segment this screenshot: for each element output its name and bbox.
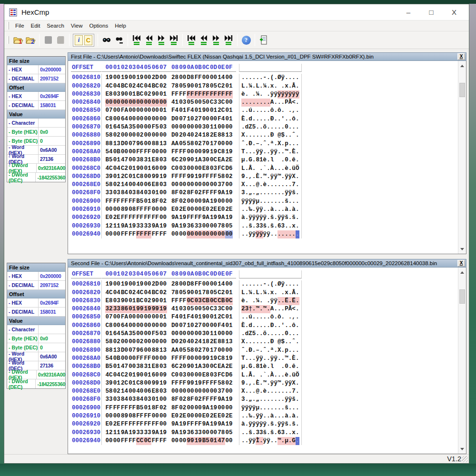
ascii-cell[interactable]: . [248, 148, 252, 156]
ascii-cell[interactable]: . [241, 222, 245, 230]
ascii-cell[interactable]: ÿ [288, 173, 292, 181]
hex-byte[interactable]: 00 [194, 148, 202, 156]
hex-byte[interactable]: 00 [225, 280, 233, 288]
ascii-cell[interactable]: ê [292, 156, 296, 164]
ascii-cell[interactable]: . [278, 330, 281, 338]
hex-byte[interactable]: 02 [225, 173, 233, 181]
hex-byte[interactable]: 00 [151, 412, 159, 420]
ascii-cell[interactable]: Â [248, 165, 252, 173]
ascii-cell[interactable]: . [241, 99, 245, 107]
ascii-cell[interactable]: µ [256, 404, 259, 412]
ascii-cell[interactable]: Z [248, 330, 252, 338]
hex-byte[interactable]: 01 [194, 107, 202, 115]
hex-byte[interactable]: 07 [105, 107, 113, 115]
hex-byte[interactable]: 19 [129, 429, 136, 437]
hex-byte[interactable]: 00 [159, 115, 167, 123]
hex-byte[interactable]: FA [120, 313, 128, 321]
hex-byte[interactable]: 2E [225, 206, 233, 214]
ascii-cell[interactable]: x [270, 82, 274, 90]
ascii-cell[interactable]: . [281, 313, 285, 321]
ascii-cell[interactable]: . [274, 429, 278, 437]
hex-byte[interactable]: 19 [209, 355, 217, 363]
ascii-cell[interactable]: Ð [270, 338, 274, 346]
ascii-cell[interactable]: ÿ [296, 90, 299, 99]
hex-byte[interactable]: 64 [113, 123, 120, 131]
hex-byte[interactable]: 00 [113, 322, 120, 330]
hex-byte[interactable]: 01 [159, 90, 167, 99]
hex-byte[interactable]: 88 [105, 347, 113, 355]
ascii-cell[interactable]: . [245, 420, 249, 428]
ascii-cell[interactable]: È [256, 173, 259, 181]
hex-byte[interactable]: FC [218, 371, 225, 379]
ascii-cell[interactable]: x [285, 289, 288, 297]
ascii-cell[interactable]: ÿ [274, 297, 278, 305]
ascii-cell[interactable]: . [267, 387, 270, 396]
ascii-cell[interactable]: . [259, 347, 263, 355]
close-second-file-icon-disabled[interactable] [54, 33, 67, 47]
hex-byte[interactable]: 99 [187, 437, 194, 445]
ascii-cell[interactable]: . [259, 338, 263, 346]
ascii-cell[interactable]: . [252, 99, 256, 107]
hex-byte[interactable]: 00 [187, 404, 194, 412]
ascii-cell[interactable]: š [285, 420, 288, 428]
ascii-cell[interactable]: . [296, 82, 299, 90]
hex-byte[interactable]: B5 [136, 404, 144, 412]
hex-byte[interactable]: FF [187, 214, 194, 222]
ascii-cell[interactable]: ¼ [248, 289, 252, 297]
ascii-cell[interactable]: . [267, 371, 270, 379]
hex-byte[interactable]: 2E [179, 412, 187, 420]
ascii-cell[interactable]: . [285, 338, 288, 346]
hex-byte[interactable]: 0C [144, 437, 151, 445]
ascii-cell[interactable]: . [270, 437, 274, 445]
hex-byte[interactable]: 01 [129, 165, 136, 173]
hex-byte[interactable]: 3C [218, 99, 225, 107]
ascii-cell[interactable]: . [256, 322, 259, 330]
ascii-cell[interactable]: ÿ [241, 404, 245, 412]
hex-byte[interactable]: 2D [151, 74, 159, 82]
ascii-cell[interactable]: . [296, 305, 299, 313]
ascii-cell[interactable]: . [267, 363, 270, 371]
ascii-cell[interactable]: x [292, 222, 296, 230]
hex-byte[interactable]: 00 [179, 280, 187, 288]
ascii-cell[interactable] [248, 90, 252, 99]
hex-byte[interactable]: 05 [209, 289, 217, 297]
ascii-cell[interactable]: . [281, 297, 285, 305]
ascii-cell[interactable]: Ð [270, 322, 274, 330]
hex-byte[interactable]: 00 [159, 131, 167, 139]
ascii-cell[interactable]: µ [241, 363, 245, 371]
ascii-cell[interactable]: . [259, 131, 263, 139]
ascii-cell[interactable]: ÿ [259, 148, 263, 156]
hex-byte[interactable]: FF [159, 437, 167, 445]
ascii-cell[interactable]: . [292, 404, 296, 412]
ascii-cell[interactable]: d [248, 322, 252, 330]
hex-byte[interactable]: 00 [136, 123, 144, 131]
hex-byte[interactable]: 88 [218, 338, 225, 346]
hex-byte[interactable]: 2E [209, 338, 217, 346]
ascii-cell[interactable]: . [288, 74, 292, 82]
hex-byte[interactable]: 01 [144, 404, 151, 412]
hex-byte[interactable]: F4 [218, 115, 225, 123]
ascii-cell[interactable]: . [245, 338, 249, 346]
ascii-cell[interactable]: µ [256, 198, 259, 206]
ascii-cell[interactable]: š [285, 404, 288, 412]
hex-byte[interactable]: 3C [218, 305, 225, 313]
ascii-cell[interactable]: . [267, 99, 270, 107]
ascii-cell[interactable]: . [285, 181, 288, 189]
hex-byte[interactable]: 8F [171, 396, 179, 404]
hex-byte[interactable]: 40 [187, 131, 194, 139]
ascii-cell[interactable]: ÿ [259, 206, 263, 214]
close-first-file-icon-disabled[interactable] [42, 33, 54, 47]
hex-byte[interactable]: 0C [209, 297, 217, 305]
ascii-cell[interactable]: . [248, 338, 252, 346]
hex-byte[interactable]: 00 [144, 107, 151, 115]
hex-byte[interactable]: 36 [187, 429, 194, 437]
ascii-cell[interactable]: š [292, 420, 296, 428]
hex-byte[interactable]: D8 [187, 74, 194, 82]
hex-byte[interactable]: 90 [120, 90, 128, 99]
hex-byte[interactable]: EA [218, 363, 225, 371]
ascii-cell[interactable]: 1 [259, 156, 263, 164]
ascii-cell[interactable]: . [296, 280, 299, 288]
ascii-cell[interactable]: ÿ [248, 437, 252, 445]
hex-byte[interactable]: 19 [159, 222, 167, 230]
ascii-cell[interactable]: µ [241, 156, 245, 164]
